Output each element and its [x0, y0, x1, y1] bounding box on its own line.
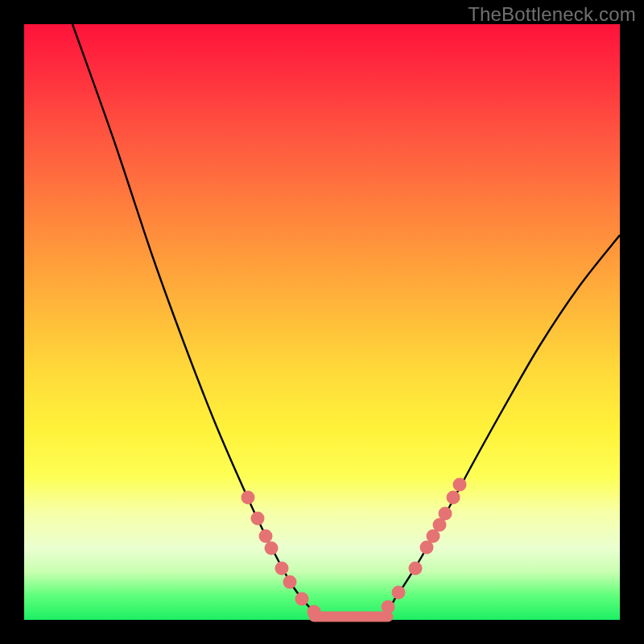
- curve-group: [72, 24, 620, 618]
- chart-frame: TheBottleneck.com: [0, 0, 644, 644]
- data-point: [259, 530, 273, 543]
- plot-area: [24, 24, 620, 620]
- data-point: [308, 605, 321, 619]
- data-point: [409, 562, 423, 576]
- data-point: [447, 491, 460, 505]
- data-point: [392, 586, 406, 600]
- data-point: [265, 542, 279, 555]
- curve-svg: [24, 24, 620, 620]
- data-point: [295, 592, 309, 606]
- data-point: [251, 512, 265, 526]
- data-point: [453, 478, 467, 492]
- bottleneck-curve: [72, 24, 620, 618]
- data-point: [382, 601, 395, 614]
- data-point: [242, 491, 255, 505]
- watermark-text: TheBottleneck.com: [468, 3, 636, 26]
- data-points: [242, 478, 467, 619]
- data-point: [275, 562, 289, 576]
- data-point: [283, 576, 297, 589]
- data-point: [439, 507, 452, 521]
